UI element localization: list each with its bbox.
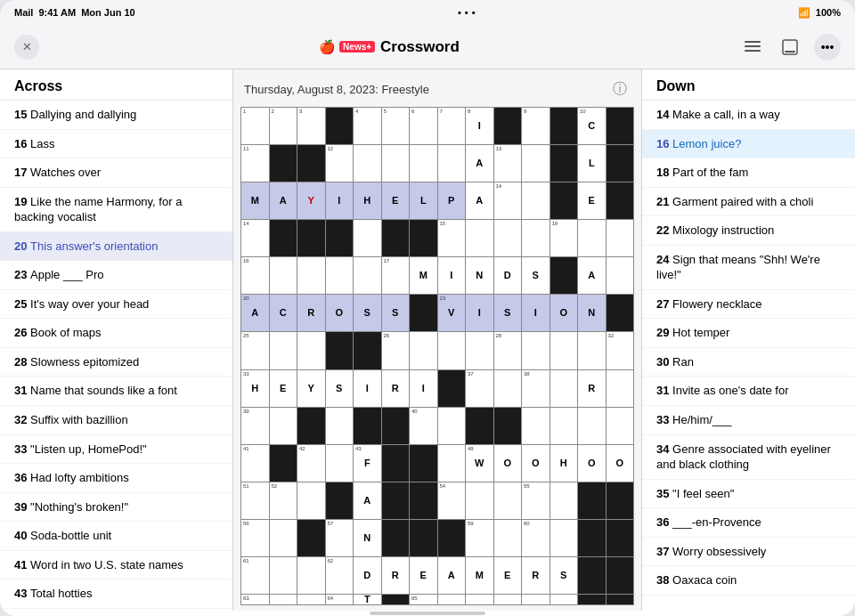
cell-11-13[interactable] bbox=[607, 520, 634, 556]
cell-13-8[interactable] bbox=[466, 595, 493, 604]
cell-6-6[interactable] bbox=[410, 332, 437, 369]
cell-8-1[interactable] bbox=[270, 408, 297, 444]
cell-0-12[interactable]: 10C bbox=[578, 108, 606, 144]
cell-10-3[interactable] bbox=[326, 482, 354, 519]
cell-1-2[interactable] bbox=[297, 145, 325, 182]
cell-0-8[interactable]: 8I bbox=[466, 108, 493, 144]
across-clue-28[interactable]: 28 Slowness epitomized bbox=[0, 348, 232, 377]
cell-2-0[interactable]: M bbox=[241, 182, 269, 219]
cell-7-6[interactable]: I bbox=[410, 370, 437, 407]
cell-8-11[interactable] bbox=[550, 408, 578, 444]
cell-6-2[interactable] bbox=[297, 332, 325, 369]
cell-3-5[interactable] bbox=[382, 220, 410, 256]
cell-1-9[interactable]: 13 bbox=[494, 145, 522, 182]
across-clue-32[interactable]: 32 Suffix with bazillion bbox=[0, 406, 232, 435]
cell-6-0[interactable]: 25 bbox=[241, 332, 269, 369]
cell-8-3[interactable] bbox=[326, 408, 354, 444]
down-clue-27[interactable]: 27 Flowery necklace bbox=[642, 290, 855, 320]
cell-12-1[interactable] bbox=[270, 557, 297, 594]
cell-3-8[interactable] bbox=[466, 220, 493, 256]
cell-2-1[interactable]: A bbox=[270, 182, 297, 219]
cell-10-12[interactable] bbox=[578, 482, 606, 519]
cell-4-8[interactable]: N bbox=[466, 257, 493, 294]
cell-0-1[interactable]: 2 bbox=[270, 108, 297, 144]
cell-11-0[interactable]: 56 bbox=[241, 520, 269, 556]
across-clue-43[interactable]: 43 Total hotties bbox=[0, 580, 232, 609]
cell-11-9[interactable] bbox=[494, 520, 522, 556]
cell-3-10[interactable] bbox=[522, 220, 550, 256]
down-clue-34[interactable]: 34 Genre associated with eyeliner and bl… bbox=[642, 435, 855, 480]
cell-12-3[interactable]: 62 bbox=[326, 557, 354, 594]
cell-0-11[interactable] bbox=[550, 108, 578, 144]
down-clue-30[interactable]: 30 Ran bbox=[642, 348, 855, 377]
cell-9-3[interactable] bbox=[326, 445, 354, 482]
cell-0-5[interactable]: 5 bbox=[382, 108, 410, 144]
cell-4-4[interactable] bbox=[354, 257, 381, 294]
cell-5-2[interactable]: R bbox=[297, 295, 325, 331]
cell-2-13[interactable] bbox=[607, 182, 634, 219]
cell-10-13[interactable] bbox=[607, 482, 634, 519]
cell-6-12[interactable] bbox=[578, 332, 606, 369]
cell-13-3[interactable]: 64 bbox=[326, 595, 354, 604]
cell-0-6[interactable]: 6 bbox=[410, 108, 437, 144]
cell-9-5[interactable] bbox=[382, 445, 410, 482]
cell-3-1[interactable] bbox=[270, 220, 297, 256]
cell-10-1[interactable]: 52 bbox=[270, 482, 297, 519]
cell-12-7[interactable]: A bbox=[438, 557, 466, 594]
cell-3-9[interactable] bbox=[494, 220, 522, 256]
cell-2-4[interactable]: H bbox=[354, 182, 381, 219]
cell-3-0[interactable]: 14 bbox=[241, 220, 269, 256]
cell-8-8[interactable] bbox=[466, 408, 493, 444]
cell-4-0[interactable]: 16 bbox=[241, 257, 269, 294]
cell-12-10[interactable]: R bbox=[522, 557, 550, 594]
cell-9-13[interactable]: O bbox=[607, 445, 634, 482]
cell-2-2[interactable]: Y bbox=[297, 182, 325, 219]
cell-4-7[interactable]: I bbox=[438, 257, 466, 294]
cell-7-10[interactable]: 38 bbox=[522, 370, 550, 407]
cell-1-12[interactable]: L bbox=[578, 145, 606, 182]
cell-3-4[interactable] bbox=[354, 220, 381, 256]
cell-0-2[interactable]: 3 bbox=[297, 108, 325, 144]
cell-3-3[interactable] bbox=[326, 220, 354, 256]
cell-8-5[interactable] bbox=[382, 408, 410, 444]
across-clue-23[interactable]: 23 Apple ___ Pro bbox=[0, 261, 232, 290]
cell-9-8[interactable]: 49W bbox=[466, 445, 493, 482]
cell-2-6[interactable]: L bbox=[410, 182, 437, 219]
cell-13-13[interactable] bbox=[607, 595, 634, 604]
across-clue-20[interactable]: 20 This answer's orientation bbox=[0, 232, 232, 262]
cell-11-11[interactable] bbox=[550, 520, 578, 556]
cell-6-13[interactable]: 32 bbox=[607, 332, 634, 369]
cell-13-0[interactable]: 63 bbox=[241, 595, 269, 604]
cell-6-8[interactable] bbox=[466, 332, 493, 369]
cell-9-7[interactable] bbox=[438, 445, 466, 482]
cell-1-8[interactable]: A bbox=[466, 145, 493, 182]
cell-1-0[interactable]: 11 bbox=[241, 145, 269, 182]
cell-12-13[interactable] bbox=[607, 557, 634, 594]
cell-4-9[interactable]: D bbox=[494, 257, 522, 294]
across-clue-17[interactable]: 17 Watches over bbox=[0, 158, 232, 188]
cell-9-11[interactable]: H bbox=[550, 445, 578, 482]
cell-10-2[interactable] bbox=[297, 482, 325, 519]
cell-3-7[interactable]: 15 bbox=[438, 220, 466, 256]
cell-8-4[interactable] bbox=[354, 408, 381, 444]
cell-12-0[interactable]: 61 bbox=[241, 557, 269, 594]
cell-5-10[interactable]: I bbox=[522, 295, 550, 331]
down-clue-21[interactable]: 21 Garment paired with a choli bbox=[642, 188, 855, 217]
cell-10-9[interactable] bbox=[494, 482, 522, 519]
across-clue-40[interactable]: 40 Soda-bottle unit bbox=[0, 522, 232, 551]
cell-13-1[interactable] bbox=[270, 595, 297, 604]
cell-1-10[interactable] bbox=[522, 145, 550, 182]
cell-4-2[interactable] bbox=[297, 257, 325, 294]
down-clue-16[interactable]: 16 Lemon juice? bbox=[642, 130, 855, 159]
screen-button[interactable] bbox=[777, 34, 803, 61]
cell-8-13[interactable] bbox=[607, 408, 634, 444]
cell-11-2[interactable] bbox=[297, 520, 325, 556]
down-clue-35[interactable]: 35 "I feel seen" bbox=[642, 480, 855, 509]
cell-12-2[interactable] bbox=[297, 557, 325, 594]
cell-13-12[interactable] bbox=[578, 595, 606, 604]
across-clue-19[interactable]: 19 Like the name Harmony, for a backing … bbox=[0, 188, 232, 232]
cell-11-4[interactable]: N bbox=[354, 520, 381, 556]
cell-12-5[interactable]: R bbox=[382, 557, 410, 594]
cell-1-7[interactable] bbox=[438, 145, 466, 182]
cell-7-3[interactable]: S bbox=[326, 370, 354, 407]
